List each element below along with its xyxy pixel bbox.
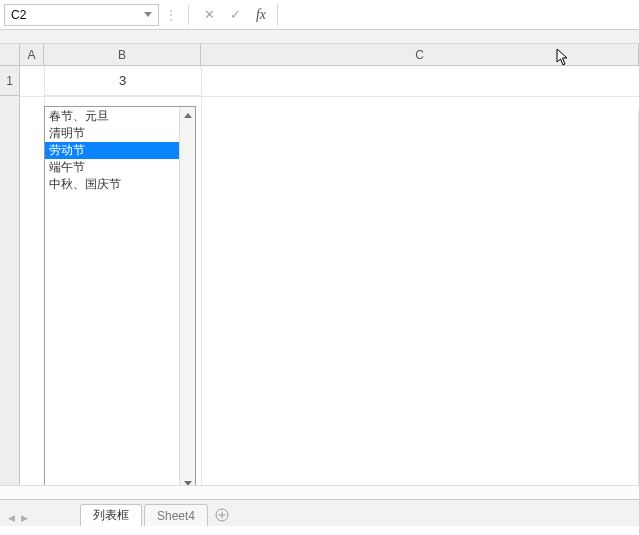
name-box-value: C2 <box>11 8 26 22</box>
select-all-corner[interactable] <box>0 44 20 65</box>
enter-button[interactable]: ✓ <box>225 5 245 25</box>
formula-bar: C2 ⋮ ✕ ✓ fx <box>0 0 639 30</box>
listbox-scrollbar[interactable] <box>179 107 195 491</box>
column-headers: A B C <box>0 44 639 66</box>
formula-input[interactable] <box>277 4 635 26</box>
tab-nav-buttons[interactable]: ◀ ▶ <box>8 513 28 523</box>
more-handle-icon[interactable]: ⋮ <box>165 8 178 22</box>
insert-function-button[interactable]: fx <box>251 5 271 25</box>
mouse-cursor-icon <box>556 48 570 66</box>
check-icon: ✓ <box>230 7 241 22</box>
cell-b1[interactable]: 3 <box>44 66 201 96</box>
new-sheet-button[interactable] <box>210 504 234 526</box>
listbox-item[interactable]: 劳动节 <box>45 142 179 159</box>
horizontal-scrollbar[interactable] <box>0 485 639 499</box>
row-header-1[interactable]: 1 <box>0 66 19 96</box>
column-header-a[interactable]: A <box>20 44 44 65</box>
fx-icon: fx <box>256 7 266 23</box>
tab-nav-next-icon[interactable]: ▶ <box>21 513 28 523</box>
tab-nav-prev-icon[interactable]: ◀ <box>8 513 15 523</box>
sheet-tab[interactable]: 列表框 <box>80 504 142 526</box>
row-headers: 1 <box>0 66 20 526</box>
name-box[interactable]: C2 <box>4 4 159 26</box>
ribbon-strip <box>0 30 639 44</box>
chevron-down-icon[interactable] <box>141 8 155 22</box>
listbox-item[interactable]: 春节、元旦 <box>45 108 179 125</box>
scroll-up-button[interactable] <box>180 107 196 123</box>
sheet-tab[interactable]: Sheet4 <box>144 504 208 526</box>
x-icon: ✕ <box>204 7 215 22</box>
column-header-c-label: C <box>415 48 424 62</box>
listbox-item[interactable]: 中秋、国庆节 <box>45 176 179 193</box>
column-header-c[interactable]: C <box>201 44 639 65</box>
column-header-b[interactable]: B <box>44 44 201 65</box>
cancel-button[interactable]: ✕ <box>199 5 219 25</box>
form-listbox[interactable]: 春节、元旦清明节劳动节端午节中秋、国庆节 <box>44 106 196 492</box>
spreadsheet-grid[interactable]: 1 3 春节、元旦清明节劳动节端午节中秋、国庆节 ◀ ▶ 列表框Shee <box>0 66 639 526</box>
listbox-item[interactable]: 端午节 <box>45 159 179 176</box>
sheet-tabs-bar: ◀ ▶ 列表框Sheet4 <box>0 499 639 526</box>
separator <box>188 5 189 25</box>
listbox-items[interactable]: 春节、元旦清明节劳动节端午节中秋、国庆节 <box>45 107 179 491</box>
listbox-item[interactable]: 清明节 <box>45 125 179 142</box>
